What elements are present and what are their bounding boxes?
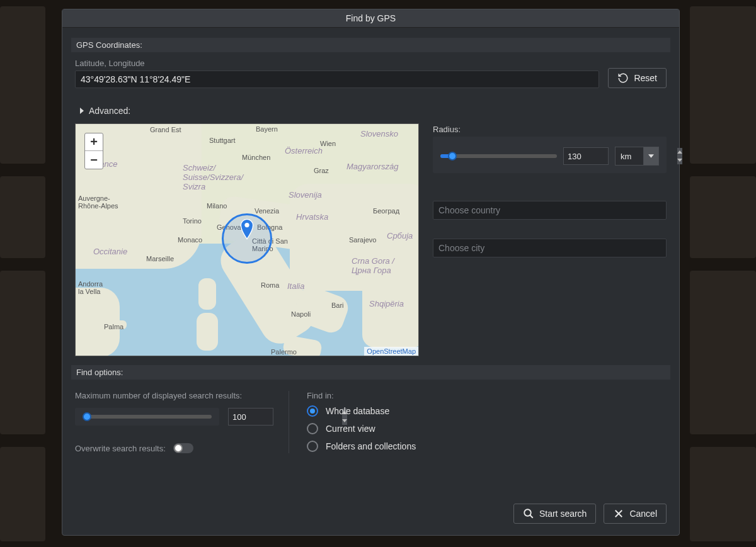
map-label: Србија	[387, 231, 413, 240]
stepper-up-icon[interactable]	[677, 148, 682, 156]
coords-label: Latitude, Longitude	[75, 59, 599, 68]
svg-marker-3	[648, 154, 654, 158]
close-icon	[613, 508, 624, 519]
map-label: Roma	[261, 281, 279, 289]
zoom-out-button[interactable]: −	[85, 151, 103, 169]
max-results-label: Maximum number of displayed search resul…	[75, 391, 273, 400]
slider-thumb[interactable]	[83, 412, 91, 421]
map-label: Schweiz/ Suisse/Svizzera/ Svizra	[183, 163, 243, 191]
cancel-label: Cancel	[629, 509, 657, 519]
find-in-label: Find in:	[307, 391, 667, 400]
map-label: Београд	[373, 207, 399, 215]
max-results-slider[interactable]	[75, 408, 219, 426]
coords-input[interactable]	[75, 70, 599, 88]
radius-unit-select[interactable]: km	[615, 147, 659, 166]
map-label: München	[242, 154, 270, 161]
map-view[interactable]: Grand Est Bayern Stuttgart Österreich Mü…	[75, 123, 419, 356]
radius-slider[interactable]	[440, 154, 557, 158]
radius-label: Radius:	[433, 125, 667, 134]
find-options-header: Find options:	[71, 365, 670, 380]
map-label: Slovenija	[289, 190, 322, 200]
map-label: Grand Est	[150, 126, 181, 133]
map-label: Bayern	[256, 125, 278, 133]
map-label: Bari	[331, 302, 344, 309]
map-label: Hrvatska	[296, 212, 328, 222]
start-search-button[interactable]: Start search	[513, 504, 596, 524]
map-label: Stuttgart	[209, 137, 236, 144]
map-label: Andorra la Vella	[78, 280, 103, 295]
country-placeholder: Choose country	[438, 205, 500, 215]
chevron-right-icon	[80, 108, 84, 114]
slider-thumb[interactable]	[448, 152, 457, 161]
reset-button-label: Reset	[634, 73, 657, 83]
map-attribution[interactable]: OpenStreetMap	[364, 347, 418, 356]
svg-line-7	[530, 515, 533, 518]
city-select[interactable]: Choose city	[433, 239, 667, 257]
map-label: Crna Gora / Црна Гора	[352, 256, 394, 275]
radio-label: Current view	[326, 424, 375, 434]
radio-icon	[307, 441, 318, 452]
start-search-label: Start search	[539, 509, 587, 519]
radio-icon	[307, 423, 318, 434]
map-label: Österreich	[285, 146, 323, 155]
map-label: Auvergne- Rhône-Alpes	[78, 195, 118, 210]
stepper-down-icon[interactable]	[677, 156, 682, 164]
map-label: Torino	[183, 217, 202, 225]
chevron-down-icon	[643, 147, 658, 165]
map-label: Palma	[104, 323, 123, 330]
map-label: Slovensko	[360, 129, 398, 138]
map-label: Shqipëria	[369, 299, 404, 308]
find-in-whole-database[interactable]: Whole database	[307, 405, 667, 417]
map-label: Graz	[314, 167, 329, 174]
city-placeholder: Choose city	[438, 243, 484, 253]
reset-button[interactable]: Reset	[608, 68, 667, 88]
radius-unit-value: km	[616, 147, 643, 165]
map-label: Sarajevo	[349, 236, 376, 244]
find-by-gps-dialog: Find by GPS GPS Coordinates: Latitude, L…	[62, 9, 680, 536]
gps-section-header: GPS Coordinates:	[71, 38, 670, 52]
map-label: Monaco	[178, 236, 202, 244]
map-label: Wien	[320, 140, 336, 147]
find-in-current-view[interactable]: Current view	[307, 423, 667, 434]
map-label: Magyarország	[346, 162, 398, 171]
toggle-knob	[174, 444, 183, 453]
map-label: Occitanie	[93, 247, 127, 256]
search-icon	[523, 508, 534, 519]
map-label: Italia	[287, 281, 304, 291]
svg-point-6	[524, 509, 531, 516]
max-results-stepper[interactable]	[228, 408, 273, 426]
map-label: Venezia	[255, 207, 279, 215]
cancel-button[interactable]: Cancel	[604, 504, 667, 524]
radio-label: Whole database	[326, 406, 389, 416]
map-label: Marseille	[146, 255, 174, 262]
overwrite-label: Overwrite search results:	[75, 444, 166, 453]
country-select[interactable]: Choose country	[433, 201, 667, 220]
find-in-folders-collections[interactable]: Folders and collections	[307, 441, 667, 452]
advanced-label: Advanced:	[89, 106, 130, 116]
svg-point-0	[244, 223, 249, 227]
radio-icon	[307, 405, 318, 417]
radio-label: Folders and collections	[326, 441, 416, 451]
map-pin-icon	[240, 218, 254, 240]
zoom-in-button[interactable]: +	[85, 133, 103, 151]
dialog-title: Find by GPS	[62, 9, 679, 28]
svg-marker-1	[677, 150, 682, 154]
radius-stepper[interactable]	[563, 147, 609, 165]
overwrite-toggle[interactable]	[173, 443, 193, 453]
map-label: Napoli	[291, 310, 311, 318]
map-zoom-control: + −	[84, 133, 103, 169]
reset-icon	[617, 72, 629, 84]
svg-marker-2	[677, 159, 682, 162]
map-label: Milano	[207, 202, 227, 210]
advanced-toggle[interactable]: Advanced:	[75, 88, 667, 123]
map-label: Palermo	[271, 348, 297, 356]
